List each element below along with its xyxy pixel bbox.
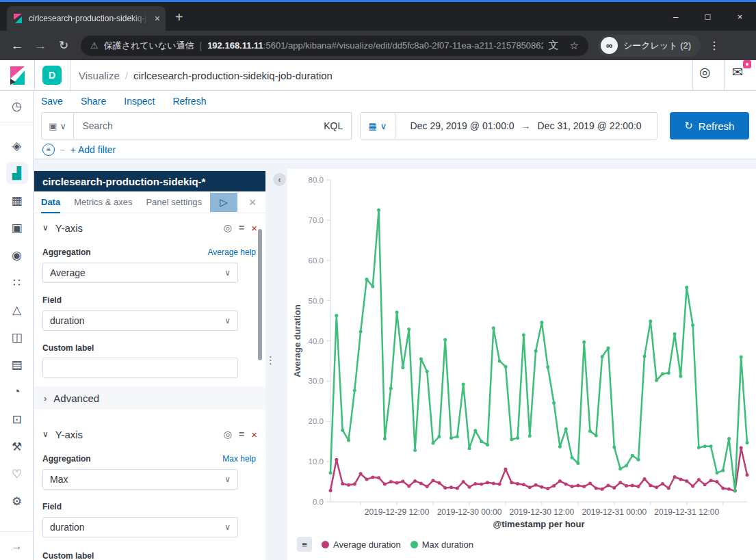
kql-toggle[interactable]: KQL: [324, 120, 343, 131]
save-button[interactable]: Save: [41, 96, 63, 107]
kibana-nav-rail: ◷◈▟▦▣◉∷△◫▤◔⊡⚒♡⚙ →: [0, 91, 34, 560]
calendar-icon: ▦: [369, 121, 377, 131]
apply-changes-button[interactable]: ▷: [210, 193, 237, 212]
legend-item-max[interactable]: Max duration: [410, 539, 473, 550]
y-axis-section-header[interactable]: ∨ Y-axis ◎ = ×: [34, 220, 265, 235]
duration-line-chart[interactable]: 0.010.020.030.040.050.060.070.080.02019-…: [287, 169, 756, 537]
remove-icon[interactable]: ×: [251, 222, 257, 234]
add-filter-link[interactable]: + Add filter: [70, 144, 116, 155]
forward-button[interactable]: →: [29, 38, 52, 53]
panel-resize-handle[interactable]: ⋮: [265, 354, 276, 366]
tab-metrics-axes[interactable]: Metrics & axes: [67, 191, 139, 213]
field-label: Field: [42, 295, 62, 305]
minimize-button[interactable]: –: [660, 2, 692, 31]
browser-menu-icon[interactable]: ⋮: [709, 39, 720, 52]
nav-collapse-icon[interactable]: →: [0, 531, 34, 560]
max-help-link[interactable]: Max help: [222, 454, 256, 464]
average-help-link[interactable]: Average help: [208, 248, 257, 257]
tab-data[interactable]: Data: [34, 191, 67, 213]
drag-handle-icon[interactable]: =: [239, 222, 244, 233]
dev-tools-icon: ⚒: [12, 440, 22, 454]
nav-maps-icon[interactable]: ◉: [0, 241, 34, 269]
svg-text:2019-12-30 12:00: 2019-12-30 12:00: [510, 507, 575, 517]
window-close-button[interactable]: ×: [724, 2, 756, 31]
nav-machine-learning-icon[interactable]: ∷: [0, 269, 34, 296]
reload-button[interactable]: ↻: [52, 38, 75, 53]
advanced-toggle[interactable]: › Advanced: [34, 386, 265, 410]
aggregation-select[interactable]: Max ∨: [42, 469, 238, 490]
nav-stack-monitoring-icon[interactable]: ♡: [0, 460, 34, 488]
date-picker-button[interactable]: ▦ ∨: [360, 112, 395, 139]
saved-query-button[interactable]: ▣ ∨: [41, 112, 73, 139]
query-bar: ▣ ∨ KQL ▦ ∨ Dec 29, 2019 @ 01:00:0 → Dec…: [34, 111, 756, 140]
eye-icon[interactable]: ◎: [224, 222, 232, 233]
svg-text:30.0: 30.0: [309, 377, 324, 385]
new-tab-button[interactable]: +: [175, 10, 183, 24]
address-bar[interactable]: ⚠ 保護されていない通信 | 192.168.11.11:5601/app/ki…: [81, 36, 588, 56]
logs-icon: ▤: [11, 358, 22, 372]
header-divider: [692, 60, 693, 91]
space-badge[interactable]: D: [42, 66, 62, 85]
bookmark-star-icon[interactable]: ☆: [570, 40, 579, 52]
date-start[interactable]: Dec 29, 2019 @ 01:00:0: [410, 120, 514, 131]
chevron-down-icon: ∨: [60, 121, 67, 131]
translate-icon[interactable]: 文: [549, 39, 559, 52]
nav-dashboard-icon[interactable]: ▦: [0, 187, 34, 214]
uptime-icon: ◔: [13, 385, 20, 399]
drag-handle-icon[interactable]: =: [239, 429, 244, 440]
nav-metrics-icon[interactable]: ◫: [0, 323, 34, 351]
nav-graph-icon[interactable]: △: [0, 296, 34, 323]
field-label: Field: [42, 502, 62, 511]
tab-panel-settings[interactable]: Panel settings: [139, 191, 209, 213]
back-button[interactable]: ←: [5, 38, 29, 53]
kibana-logo[interactable]: [8, 66, 26, 89]
nav-recently-viewed-icon[interactable]: ◷: [0, 91, 34, 122]
nav-discover-icon[interactable]: ◈: [0, 132, 34, 159]
svg-text:Average duration: Average duration: [292, 304, 302, 377]
refresh-link[interactable]: Refresh: [172, 96, 206, 107]
filter-icon[interactable]: ≡: [42, 144, 55, 156]
refresh-button[interactable]: ↻ Refresh: [670, 112, 749, 139]
nav-logs-icon[interactable]: ▤: [0, 351, 34, 378]
tab-close-icon[interactable]: ×: [155, 13, 160, 24]
chevron-down-icon: ∨: [224, 268, 231, 278]
discover-icon: ◈: [12, 139, 21, 153]
management-icon: ⚙: [12, 494, 22, 509]
search-input[interactable]: [82, 120, 324, 131]
maximize-button[interactable]: □: [692, 2, 724, 31]
legend-item-average[interactable]: Average duration: [322, 539, 401, 550]
help-icon[interactable]: ◎: [699, 64, 711, 80]
field-select[interactable]: duration ∨: [42, 310, 238, 331]
y-axis-section-header[interactable]: ∨ Y-axis ◎ = ×: [34, 427, 265, 442]
security-label: 保護されていない通信: [104, 40, 194, 52]
nav-management-icon[interactable]: ⚙: [0, 488, 34, 515]
custom-label-input[interactable]: [42, 358, 238, 378]
svg-text:40.0: 40.0: [309, 337, 324, 345]
eye-icon[interactable]: ◎: [224, 429, 232, 440]
share-button[interactable]: Share: [81, 96, 106, 107]
nav-siem-icon[interactable]: ⊡: [0, 405, 34, 433]
panel-scrollbar[interactable]: [258, 229, 262, 360]
nav-visualize-icon[interactable]: ▟: [0, 159, 34, 187]
legend-toggle-button[interactable]: ≡: [297, 537, 312, 552]
remove-icon[interactable]: ×: [251, 429, 257, 440]
svg-text:2019-12-31 00:00: 2019-12-31 00:00: [582, 507, 647, 517]
url-host: 192.168.11.11: [207, 40, 263, 51]
incognito-badge: ∞ シークレット (2): [598, 35, 701, 57]
search-box[interactable]: KQL: [73, 112, 352, 139]
nav-uptime-icon[interactable]: ◔: [0, 378, 34, 405]
breadcrumb-visualize[interactable]: Visualize: [79, 70, 120, 81]
discard-changes-button[interactable]: ×: [243, 193, 262, 212]
browser-tab[interactable]: cirlcesearch-production-sidekiq-j ×: [7, 6, 166, 31]
nav-dev-tools-icon[interactable]: ⚒: [0, 433, 34, 460]
field-select[interactable]: duration ∨: [42, 517, 238, 537]
chevron-down-icon: ∨: [224, 316, 231, 325]
date-end[interactable]: Dec 31, 2019 @ 22:00:0: [538, 120, 642, 131]
aggregation-select[interactable]: Average ∨: [42, 263, 238, 283]
nav-canvas-icon[interactable]: ▣: [0, 214, 34, 241]
header-divider: [724, 60, 725, 91]
date-range[interactable]: Dec 29, 2019 @ 01:00:0 → Dec 31, 2019 @ …: [395, 112, 657, 139]
inspect-button[interactable]: Inspect: [124, 96, 155, 107]
newsfeed-icon[interactable]: ✉: [732, 64, 743, 80]
panel-collapse-button[interactable]: ‹: [273, 173, 286, 186]
